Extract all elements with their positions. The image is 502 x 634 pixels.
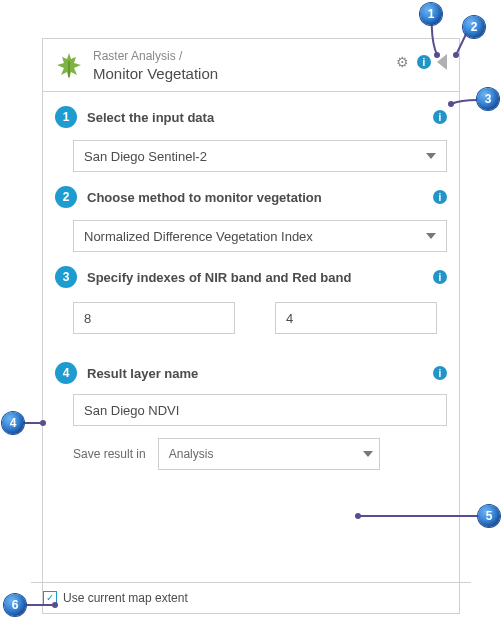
callout-3: 3 [477, 88, 499, 110]
result-name-input[interactable]: San Diego NDVI [73, 394, 447, 426]
step-3: 3 Specify indexes of NIR band and Red ba… [55, 266, 447, 334]
method-select-value: Normalized Difference Vegetation Index [84, 229, 313, 244]
callout-2: 2 [463, 16, 485, 38]
breadcrumb: Raster Analysis / [93, 49, 383, 64]
step-1: 1 Select the input data i San Diego Sent… [55, 106, 447, 172]
use-extent-row: ✓ Use current map extent [43, 591, 459, 605]
step-title-3: Specify indexes of NIR band and Red band [87, 270, 423, 285]
header-text: Raster Analysis / Monitor Vegetation [93, 49, 383, 84]
info-step-4-icon[interactable]: i [433, 366, 447, 380]
step-number-2: 2 [55, 186, 77, 208]
step-number-1: 1 [55, 106, 77, 128]
callout-4: 4 [2, 412, 24, 434]
nir-band-input[interactable]: 8 [73, 302, 235, 334]
header-actions: ⚙ i [393, 53, 447, 71]
save-in-value: Analysis [169, 447, 214, 461]
callout-6: 6 [4, 594, 26, 616]
step-number-4: 4 [55, 362, 77, 384]
method-select[interactable]: Normalized Difference Vegetation Index [73, 220, 447, 252]
red-band-value: 4 [286, 311, 293, 326]
stage: 1 2 3 4 5 6 Raster Analysis / Monitor Ve… [0, 0, 502, 634]
info-step-2-icon[interactable]: i [433, 190, 447, 204]
use-extent-checkbox[interactable]: ✓ [43, 591, 57, 605]
step-title-2: Choose method to monitor vegetation [87, 190, 423, 205]
back-icon[interactable] [437, 54, 447, 70]
step-4: 4 Result layer name i San Diego NDVI Sav… [55, 362, 447, 470]
step-title-4: Result layer name [87, 366, 423, 381]
use-extent-label: Use current map extent [63, 591, 188, 605]
leaf-icon [55, 51, 83, 84]
gear-icon[interactable]: ⚙ [393, 53, 411, 71]
panel-header: Raster Analysis / Monitor Vegetation ⚙ i [55, 49, 447, 92]
chevron-down-icon [426, 233, 436, 239]
save-in-select[interactable]: Analysis [158, 438, 380, 470]
info-step-3-icon[interactable]: i [433, 270, 447, 284]
save-in-label: Save result in [73, 447, 146, 461]
step-number-3: 3 [55, 266, 77, 288]
result-name-value: San Diego NDVI [84, 403, 179, 418]
page-title: Monitor Vegetation [93, 65, 383, 84]
chevron-down-icon [426, 153, 436, 159]
input-data-select-value: San Diego Sentinel-2 [84, 149, 207, 164]
chevron-down-icon [363, 451, 373, 457]
header-rule [43, 91, 459, 92]
analysis-panel: Raster Analysis / Monitor Vegetation ⚙ i… [42, 38, 460, 614]
nir-band-value: 8 [84, 311, 91, 326]
panel-footer: ✓ Use current map extent [31, 582, 471, 613]
save-in-row: Save result in Analysis [73, 438, 447, 470]
callout-5: 5 [478, 505, 500, 527]
input-data-select[interactable]: San Diego Sentinel-2 [73, 140, 447, 172]
red-band-input[interactable]: 4 [275, 302, 437, 334]
info-step-1-icon[interactable]: i [433, 110, 447, 124]
info-icon[interactable]: i [417, 55, 431, 69]
step-2: 2 Choose method to monitor vegetation i … [55, 186, 447, 252]
step-title-1: Select the input data [87, 110, 423, 125]
callout-1: 1 [420, 3, 442, 25]
